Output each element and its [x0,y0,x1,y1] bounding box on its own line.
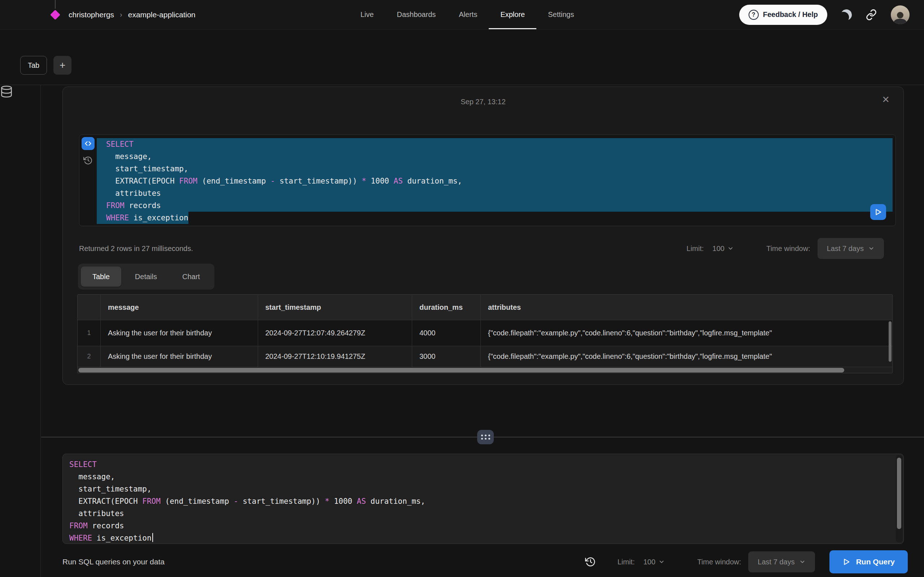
sql-text: start_timestamp)) [238,497,325,506]
sql-keyword: FROM [142,497,161,506]
nav-item-dashboards[interactable]: Dashboards [385,0,447,29]
sql-text: start_timestamp)) [275,177,362,185]
sql-text: attributes [106,189,161,198]
theme-moon-icon[interactable] [840,8,853,21]
sql-line: WHERE is_exception [97,212,893,224]
sql-line: SELECT [97,138,893,150]
breadcrumb-separator: › [120,10,122,19]
sql-text: attributes [69,509,124,518]
sql-keyword: * [325,497,330,506]
column-header-attributes[interactable]: attributes [481,295,892,320]
cell-duration_ms: 3000 [412,346,481,367]
navbar-actions: ? Feedback / Help [739,5,909,25]
database-schema-icon[interactable] [0,85,40,98]
scrollbar-thumb[interactable] [888,321,892,362]
view-tab-table[interactable]: Table [81,266,121,287]
editor-footer-bar: Run SQL queries on your data Limit: 100 … [63,550,908,574]
history-icon[interactable] [585,556,596,567]
sql-keyword: WHERE [106,213,129,222]
editor-vertical-scrollbar[interactable] [896,455,902,542]
run-query-button[interactable]: Run Query [829,550,908,574]
sql-line: attributes [69,508,894,520]
sql-keyword: FROM [179,177,197,185]
limit-select[interactable]: 100 [643,558,664,566]
sql-line: message, [97,150,893,163]
sql-line: EXTRACT(EPOCH FROM (end_timestamp - star… [69,495,894,508]
cell-attributes: {"code.filepath":"example.py","code.line… [481,346,892,367]
content-divider-line [0,85,924,85]
query-history-icon[interactable] [83,156,93,165]
add-tab-button[interactable]: + [53,56,71,75]
sql-keyword: WHERE [69,534,92,542]
split-drag-handle[interactable] [477,430,494,444]
table-vertical-scrollbar[interactable] [888,321,892,367]
sql-text: EXTRACT(EPOCH [69,497,142,506]
column-header-duration_ms[interactable]: duration_ms [412,295,481,320]
limit-select[interactable]: 100 [712,245,734,253]
scrollbar-thumb[interactable] [78,368,844,372]
sql-text: start_timestamp, [106,164,188,173]
user-avatar[interactable] [891,5,909,24]
sql-text: (end_timestamp [161,497,234,506]
sql-keyword: FROM [106,201,124,210]
logfire-diamond-icon [50,10,60,19]
cell-message: Asking the user for their birthday [101,320,258,346]
view-tab-chart[interactable]: Chart [171,266,212,287]
feedback-help-button[interactable]: ? Feedback / Help [739,5,827,25]
query-tab[interactable]: Tab [20,56,47,75]
table-row[interactable]: 2Asking the user for their birthday2024-… [78,346,892,367]
column-header-start_timestamp[interactable]: start_timestamp [258,295,412,320]
close-icon[interactable]: ✕ [882,95,890,104]
sql-line: message, [69,471,894,483]
sql-text: duration_ms, [403,177,462,185]
left-sidebar [0,85,41,577]
sql-keyword: AS [357,497,366,506]
limit-label: Limit: [687,245,704,253]
result-view-tabs: TableDetailsChart [78,264,215,290]
cell-attributes: {"code.filepath":"example.py","code.line… [481,320,892,346]
rerun-query-button[interactable] [870,204,886,220]
results-table: messagestart_timestampduration_msattribu… [77,294,893,373]
sql-line: SELECT [69,458,894,471]
table-horizontal-scrollbar[interactable] [78,367,892,373]
sql-keyword: - [234,497,238,506]
view-tab-details[interactable]: Details [123,266,168,287]
column-header-message[interactable]: message [101,295,258,320]
chevron-down-icon [727,245,734,252]
logo-stem [55,0,56,9]
sql-line: WHERE is_exception [69,532,894,544]
cell-message: Asking the user for their birthday [101,346,258,367]
time-window-label: Time window: [766,245,810,253]
play-icon [842,558,850,566]
scrollbar-thumb[interactable] [897,458,901,529]
breadcrumb-project[interactable]: example-application [128,10,195,19]
code-view-toggle-button[interactable] [82,137,95,150]
sql-line: start_timestamp, [69,483,894,495]
brand-logo[interactable] [50,10,60,19]
table-row[interactable]: 1Asking the user for their birthday2024-… [78,320,892,346]
app-window: christophergs › example-application Live… [0,0,924,577]
nav-item-settings[interactable]: Settings [536,0,585,29]
sql-keyword: SELECT [106,140,134,148]
cell-duration_ms: 4000 [412,320,481,346]
sql-line: FROM records [69,520,894,532]
nav-item-explore[interactable]: Explore [489,0,536,29]
sql-text: message, [106,152,152,161]
sql-editor[interactable]: SELECT message, start_timestamp, EXTRACT… [63,454,904,544]
nav-item-alerts[interactable]: Alerts [447,0,489,29]
time-window-select[interactable]: Last 7 days [748,551,815,572]
breadcrumb-org[interactable]: christophergs [69,10,114,19]
result-status-row: Returned 2 rows in 27 milliseconds. Limi… [79,238,884,259]
nav-item-live[interactable]: Live [349,0,386,29]
time-window-select[interactable]: Last 7 days [817,238,884,259]
help-icon: ? [749,10,759,20]
cell-start_timestamp: 2024-09-27T12:07:49.264279Z [258,320,412,346]
sql-keyword: - [270,177,275,185]
code-gutter [79,135,97,226]
cell-start_timestamp: 2024-09-27T12:10:19.941275Z [258,346,412,367]
sql-keyword: SELECT [69,460,97,469]
result-status-text: Returned 2 rows in 27 milliseconds. [79,245,193,253]
sql-query-display[interactable]: SELECT message, start_timestamp, EXTRACT… [97,135,895,226]
sql-line: start_timestamp, [97,163,893,175]
share-link-icon[interactable] [866,9,877,21]
